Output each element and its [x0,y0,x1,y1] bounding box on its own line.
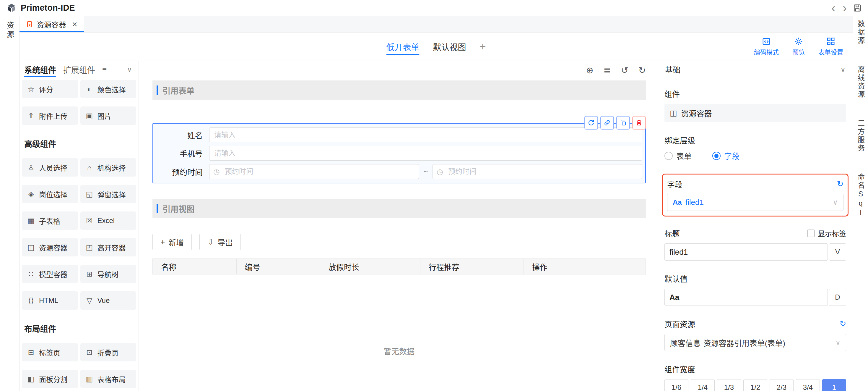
copy-button[interactable] [616,116,630,130]
add-button[interactable]: + 新增 [152,234,192,250]
width-option-3/4[interactable]: 3/4 [796,379,820,391]
add-view-button[interactable]: + [480,40,486,53]
refresh-icon[interactable]: ↻ [837,180,843,188]
palette-item-附件上传[interactable]: ⇧附件上传 [22,107,78,125]
component-value: 资源容器 [681,108,712,119]
palette-item-图片[interactable]: ▣图片 [80,107,136,125]
history-forward-icon[interactable]: › [839,2,850,14]
name-input[interactable] [209,128,642,142]
binding-option-form[interactable]: 表单 [664,150,692,161]
palette-item-折叠页[interactable]: ⊡折叠页 [80,343,136,361]
palette-item-面板分割[interactable]: ◧面板分割 [22,370,78,388]
rail-item-命名Sql[interactable]: 命名Sql [857,173,864,217]
palette-tab-extension[interactable]: 扩展组件 [63,61,95,78]
section-accent-bar [157,85,158,95]
palette-grid: ♙人员选择⌂机构选择◈岗位选择◱弹窗选择▦子表格☒Excel◫资源容器◰高开容器… [22,158,136,310]
undo-icon[interactable]: ↺ [621,66,628,75]
view-tab-lowcode-form[interactable]: 低开表单 [386,32,419,61]
doc-tab-resource-container[interactable]: 资源容器 × [20,16,84,32]
width-option-1/2[interactable]: 1/2 [743,379,767,391]
page-resource-select[interactable]: 顾客信息-资源容器引用表单(表单) ∨ [664,334,846,351]
clock-icon: ◷ [437,167,443,176]
palette-item-标签页[interactable]: ⊟标签页 [22,343,78,361]
delete-button[interactable] [632,116,646,130]
palette-item-Vue[interactable]: ▽Vue [80,291,136,310]
palette-item-颜色选择[interactable]: ◐颜色选择 [80,80,136,98]
width-option-1/3[interactable]: 1/3 [717,379,741,391]
radio-icon [664,152,673,160]
time-end-input[interactable] [433,164,642,179]
rail-item-三方服务[interactable]: 三方服务 [857,119,864,152]
default-value-mode-addon[interactable]: D [829,289,846,306]
image-icon: ▣ [85,112,94,120]
rail-item-离线资源[interactable]: 离线资源 [857,66,864,99]
width-option-1/4[interactable]: 1/4 [691,379,715,391]
form-card: 引用表单 [152,80,646,391]
sync-button[interactable] [584,116,598,130]
selected-form-block[interactable]: 姓名 手机号 预约时间 ◷ [152,123,646,184]
palette-item-HTML[interactable]: ⟨⟩HTML [22,291,78,310]
save-button[interactable] [853,4,862,12]
palette-item-导航树[interactable]: ⊞导航树 [80,265,136,283]
close-icon[interactable]: × [72,20,78,29]
title-input[interactable] [664,244,828,260]
code-mode-button[interactable]: 编码模式 [754,37,779,56]
palette-item-label: 岗位选择 [39,189,67,199]
default-value-input[interactable] [664,289,828,306]
palette-item-机构选择[interactable]: ⌂机构选择 [80,158,136,176]
split-icon: ◧ [27,375,35,383]
palette-item-label: 颜色选择 [97,84,126,94]
palette-item-Excel[interactable]: ☒Excel [80,212,136,230]
table-header-row: 名称编号放假时长行程推荐操作 [152,258,646,275]
default-value-section: 默认值 D [664,273,846,306]
palette-item-高开容器[interactable]: ◰高开容器 [80,238,136,256]
palette-tab-system[interactable]: 系统组件 [24,61,56,78]
palette-item-模型容器[interactable]: ∷模型容器 [22,265,78,283]
width-option-2/3[interactable]: 2/3 [770,379,794,391]
refresh-icon[interactable]: ↻ [839,320,846,328]
top-bar: Primeton-IDE ‹ › [0,0,868,16]
palette-item-子表格[interactable]: ▦子表格 [22,212,78,230]
field-select[interactable]: Aa filed1 ∨ [667,194,843,211]
link-button[interactable] [600,116,614,130]
outline-icon[interactable]: ≣ [603,66,611,75]
width-option-1/6[interactable]: 1/6 [664,379,688,391]
palette-item-弹窗选择[interactable]: ◱弹窗选择 [80,185,136,203]
export-button[interactable]: ⇩ 导出 [199,234,241,250]
time-start-input[interactable] [209,164,419,179]
left-rail: 资源 [0,16,20,391]
inspector-section-header[interactable]: 基础 ∨ [658,61,852,78]
width-option-1[interactable]: 1 [822,379,846,391]
form-settings-button[interactable]: 表单设置 [818,37,843,56]
palette-group-title: 高级组件 [24,138,136,149]
rail-item-数据源[interactable]: 数据源 [857,20,864,45]
hamburger-icon[interactable]: ≡ [102,65,107,74]
palette-item-评分[interactable]: ☆评分 [22,80,78,98]
palette-item-资源容器[interactable]: ◫资源容器 [22,238,78,256]
phone-input[interactable] [209,146,642,161]
palette-group-title: 布局组件 [24,323,136,334]
show-label-checkbox[interactable]: 显示标签 [807,228,846,239]
view-tab-default-view[interactable]: 默认视图 [433,32,466,61]
palette-item-label: Vue [97,296,110,305]
palette-item-人员选择[interactable]: ♙人员选择 [22,158,78,176]
preview-button[interactable]: 预览 [793,37,805,56]
redo-icon[interactable]: ↻ [639,66,646,75]
form-settings-label: 表单设置 [818,47,843,56]
palette-item-表格布局[interactable]: ▥表格布局 [80,370,136,388]
rail-item-resources[interactable]: 资源 [6,21,14,39]
sync-icon [588,119,595,126]
empty-state-text: 暂无数据 [384,345,414,356]
form-canvas: ⊕ ≣ ↺ ↻ 引用表单 [139,61,658,391]
title-mode-addon[interactable]: V [829,244,846,260]
field-label: 字段 [667,179,682,190]
web-icon[interactable]: ⊕ [586,66,593,75]
binding-option-field[interactable]: 字段 [712,150,740,161]
palette-item-岗位选择[interactable]: ◈岗位选择 [22,185,78,203]
clock-icon: ◷ [213,167,220,176]
plus-icon: + [160,238,165,246]
add-button-label: 新增 [168,236,184,248]
star-icon: ☆ [27,85,35,93]
chevron-down-icon[interactable]: ∨ [127,65,134,74]
history-back-icon[interactable]: ‹ [828,2,839,14]
